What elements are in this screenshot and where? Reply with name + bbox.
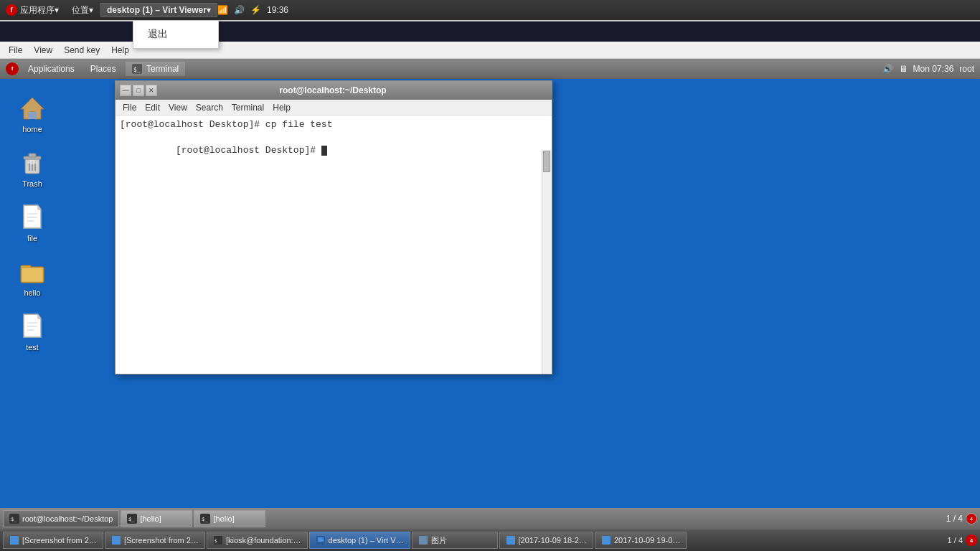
svg-text:$_: $_ <box>128 517 135 522</box>
svg-rect-38 <box>602 536 611 545</box>
trash-icon-label: Trash <box>22 179 42 188</box>
guest-terminal-btn[interactable]: $_ Terminal <box>126 62 185 77</box>
svg-rect-35 <box>318 537 324 542</box>
terminal-minimize-btn[interactable]: — <box>120 85 131 96</box>
taskbar-hello2-icon: $_ <box>200 514 210 524</box>
host-task-mini-6 <box>506 535 516 545</box>
host-pager-circle[interactable]: 4 <box>966 534 977 546</box>
svg-marker-20 <box>38 314 41 319</box>
host-task-label-7: 2017-10-09 19-0… <box>614 536 680 545</box>
guest-pager-btn[interactable]: 4 <box>966 513 977 524</box>
desktop-icon-test[interactable]: test <box>7 311 57 352</box>
term-menu-view[interactable]: View <box>164 102 192 113</box>
host-task-mini-2 <box>111 535 121 545</box>
terminal-line-1: [root@localhost Desktop]# cp file test <box>120 118 537 131</box>
host-task-label-2: [Screenshot from 2… <box>124 536 199 545</box>
guest-applications-btn[interactable]: Applications <box>22 62 81 76</box>
host-apps-menu[interactable]: f 应用程序 ▾ <box>0 3 65 18</box>
terminal-title: root@localhost:~/Desktop <box>157 85 509 95</box>
host-task-mini-1 <box>9 535 19 545</box>
host-window-label: desktop (1) – Virt Viewer <box>107 5 207 15</box>
terminal-restore-btn[interactable]: □ <box>133 85 144 96</box>
host-taskbar: [Screenshot from 2… [Screenshot from 2… … <box>0 529 980 551</box>
hello-icon <box>18 257 47 286</box>
guest-taskbar-item-terminal[interactable]: $_ root@localhost:~/Desktop <box>3 510 119 527</box>
svg-rect-3 <box>28 112 37 119</box>
host-dropdown-menu: 退出 <box>133 20 219 49</box>
test-icon <box>18 311 47 340</box>
window-arrow: ▾ <box>207 5 211 15</box>
host-pager-text: 1 / 4 <box>948 536 963 545</box>
term-menu-help[interactable]: Help <box>268 102 295 113</box>
host-apps-label: 应用程序 <box>20 4 55 17</box>
places-arrow: ▾ <box>89 5 93 15</box>
exit-menu-item[interactable]: 退出 <box>133 24 218 45</box>
terminal-titlebar: — □ ✕ root@localhost:~/Desktop <box>116 81 552 100</box>
host-time: 19:36 <box>267 5 288 15</box>
desktop-icon-file[interactable]: file <box>7 202 57 242</box>
trash-icon <box>18 148 47 176</box>
guest-terminal-text: Terminal <box>146 64 179 74</box>
hello-icon-label: hello <box>24 288 40 297</box>
virt-menu-help[interactable]: Help <box>105 44 135 57</box>
guest-taskbar-item-3-label: [hello] <box>213 514 234 523</box>
terminal-close-btn[interactable]: ✕ <box>146 85 157 96</box>
guest-topbar-left: f Applications Places $_ Terminal <box>6 62 185 77</box>
host-places-menu[interactable]: 位置 ▾ <box>66 3 99 18</box>
host-task-label-5: 图片 <box>431 535 447 546</box>
host-task-screenshot1[interactable]: [Screenshot from 2… <box>3 532 103 549</box>
host-task-mini-3: $ <box>213 535 223 545</box>
host-taskbar-right: 1 / 4 4 <box>948 534 977 546</box>
guest-applications-label: Applications <box>28 64 75 74</box>
host-task-label-4: desktop (1) – Virt V… <box>329 536 404 545</box>
term-menu-search[interactable]: Search <box>192 102 227 113</box>
svg-text:$: $ <box>215 538 217 543</box>
guest-topbar-right: 🔊 🖥 Mon 07:36 root <box>882 64 974 74</box>
virt-menu-view[interactable]: View <box>28 44 58 57</box>
terminal-cursor <box>321 146 327 156</box>
terminal-win-controls: — □ ✕ <box>120 85 157 96</box>
host-task-label-1: [Screenshot from 2… <box>22 536 97 545</box>
terminal-window: — □ ✕ root@localhost:~/Desktop File Edit… <box>115 80 552 375</box>
desktop-icon-trash[interactable]: Trash <box>7 148 57 188</box>
guest-user: root <box>959 64 974 74</box>
terminal-scrollbar[interactable] <box>542 150 552 374</box>
guest-fedora-icon: f <box>6 62 19 75</box>
terminal-content[interactable]: [root@localhost Desktop]# cp file test [… <box>116 116 542 374</box>
guest-time: Mon 07:36 <box>913 64 954 74</box>
guest-pager-num: 1 / 4 <box>946 514 963 524</box>
term-menu-edit[interactable]: Edit <box>141 102 164 113</box>
guest-area: f Applications Places $_ Terminal 🔊 🖥 M <box>0 59 980 529</box>
guest-places-btn[interactable]: Places <box>84 62 123 76</box>
test-icon-label: test <box>26 343 39 352</box>
network-icon: 📶 <box>217 5 228 15</box>
desktop-icon-hello[interactable]: hello <box>7 257 57 297</box>
host-task-virt[interactable]: desktop (1) – Virt V… <box>309 532 410 549</box>
term-menu-terminal[interactable]: Terminal <box>227 102 268 113</box>
host-task-shot4[interactable]: 2017-10-09 19-0… <box>595 532 687 549</box>
guest-taskbar-pager: 1 / 4 4 <box>946 513 977 524</box>
host-task-pictures[interactable]: 图片 <box>412 532 498 549</box>
svg-text:$_: $_ <box>202 517 208 522</box>
host-topbar-right: 📶 🔊 ⚡ 19:36 <box>217 5 294 15</box>
home-icon <box>18 93 47 122</box>
svg-point-10 <box>28 160 37 164</box>
host-places-label: 位置 <box>72 4 89 17</box>
host-task-label-6: [2017-10-09 18-2… <box>519 536 587 545</box>
guest-taskbar-item-hello1[interactable]: $_ [hello] <box>121 510 192 527</box>
virt-menu-file[interactable]: File <box>3 44 28 57</box>
term-menu-file[interactable]: File <box>118 102 141 113</box>
svg-marker-12 <box>38 205 41 209</box>
host-task-screenshot2[interactable]: [Screenshot from 2… <box>105 532 205 549</box>
host-task-shot3[interactable]: [2017-10-09 18-2… <box>499 532 593 549</box>
terminal-scroll-thumb[interactable] <box>543 151 550 172</box>
guest-display-icon: 🖥 <box>899 64 908 74</box>
virt-menu-sendkey[interactable]: Send key <box>58 44 105 57</box>
terminal-menubar: File Edit View Search Terminal Help <box>116 100 552 116</box>
host-task-kiosk[interactable]: $ [kiosk@foundation:… <box>207 532 308 549</box>
guest-taskbar-item-2-label: [hello] <box>140 514 161 523</box>
svg-rect-18 <box>22 268 43 282</box>
desktop-icon-home[interactable]: home <box>7 93 57 133</box>
guest-taskbar-item-hello2[interactable]: $_ [hello] <box>194 510 265 527</box>
host-window-menu[interactable]: desktop (1) – Virt Viewer ▾ <box>100 3 217 17</box>
